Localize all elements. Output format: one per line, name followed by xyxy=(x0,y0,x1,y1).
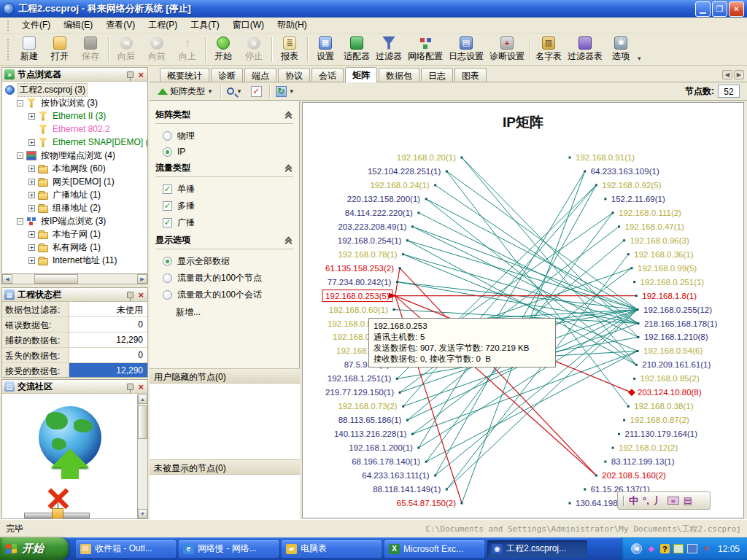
matrix-node-label[interactable]: 68.196.178.140(1) xyxy=(352,457,420,466)
tree-row-9[interactable]: +广播地址 (1) xyxy=(2,188,147,201)
start-button[interactable]: 开始 xyxy=(0,537,69,560)
pin-icon[interactable] xyxy=(127,71,133,78)
matrix-node-label[interactable]: 192.168.0.91(1) xyxy=(576,153,635,162)
tab-矩阵[interactable]: 矩阵 xyxy=(345,67,377,82)
tab-会话[interactable]: 会话 xyxy=(311,68,344,82)
matrix-node-label[interactable]: 192.168.0.73(2) xyxy=(338,402,397,411)
matrix-node-label[interactable]: 192.168.0.38(1) xyxy=(634,402,693,411)
radio-流量最大的100个会话[interactable]: 流量最大的100个会话 xyxy=(155,287,293,303)
matrix-node-label[interactable]: 192.168.1.251(1) xyxy=(328,374,392,383)
tab-图表[interactable]: 图表 xyxy=(454,68,487,82)
matrix-node-label[interactable]: 192.168.0.85(2) xyxy=(640,374,700,383)
radio-icon[interactable] xyxy=(163,131,172,141)
help-tray-icon[interactable]: ? xyxy=(660,544,670,553)
matrix-node-label[interactable]: 192.168.0 xyxy=(333,332,370,341)
select-button[interactable]: ✓ xyxy=(247,85,266,98)
close-icon[interactable]: × xyxy=(136,383,145,391)
toolbar-button-设置[interactable]: ▦设置 xyxy=(310,35,341,64)
community-vertical-scrollbar[interactable]: ▲ ▼ xyxy=(137,394,147,518)
matrix-node-label[interactable]: 192.168.0.99(5) xyxy=(638,264,697,273)
matrix-node-label[interactable]: 192.168.0.96(3) xyxy=(630,236,689,245)
ime-icon-3[interactable]: 丿 xyxy=(654,494,663,508)
close-icon[interactable]: × xyxy=(136,71,145,79)
matrix-node-label[interactable]: 88.113.65.186(1) xyxy=(338,416,402,424)
matrix-node-label[interactable]: 203.124.10.80(8) xyxy=(638,388,702,397)
matrix-node-label[interactable]: 192.168.0.12(2) xyxy=(619,443,678,452)
menu-item-5[interactable]: 工具(T) xyxy=(184,17,225,34)
tree-expander-icon[interactable]: + xyxy=(28,192,35,198)
matrix-node-label[interactable]: 192.168.0.254(1) xyxy=(338,236,402,245)
tree-expander-icon[interactable]: + xyxy=(28,231,35,238)
radio-icon[interactable] xyxy=(163,147,172,157)
tree-row-7[interactable]: +本地网段 (60) xyxy=(2,162,147,175)
disconnected-tray-icon[interactable]: ✕ xyxy=(701,544,712,554)
menu-item-1[interactable]: 文件(F) xyxy=(15,17,57,34)
matrix-node-label[interactable]: 220.132.158.200(1) xyxy=(347,195,421,203)
tree-row-4[interactable]: Ethernet 802.2 xyxy=(2,122,147,136)
scroll-down-icon[interactable]: ▼ xyxy=(138,509,147,518)
section-header-显示选项[interactable]: 显示选项 xyxy=(155,231,293,249)
checkbox-icon[interactable]: ✓ xyxy=(163,201,172,211)
matrix-node-label[interactable]: 140.113.216.228(1) xyxy=(334,429,407,438)
matrix-node-label[interactable]: 192.168.0.255(12) xyxy=(643,306,712,314)
tree-row-14[interactable]: +Internet地址 (11) xyxy=(2,254,147,267)
section-header-流量类型[interactable]: 流量类型 xyxy=(155,159,293,177)
toolbar-button-适配器[interactable]: 适配器 xyxy=(341,35,373,64)
tree-expander-icon[interactable]: + xyxy=(28,113,35,120)
matrix-node-label[interactable]: 192.168.1.8(1) xyxy=(642,292,697,300)
matrix-node-label[interactable]: 202.108.5.160(2) xyxy=(602,471,666,480)
tree-row-3[interactable]: +Ethernet II (3) xyxy=(2,109,147,122)
menu-item-6[interactable]: 窗口(W) xyxy=(226,17,271,34)
minimize-button[interactable]: ▁ xyxy=(695,1,711,17)
matrix-node-label[interactable]: 64.233.163.111(1) xyxy=(362,471,429,480)
toolbar-button-报表[interactable]: ≣报表 xyxy=(274,35,305,64)
find-node-button[interactable]: ▼ xyxy=(223,86,246,96)
tree-row-6[interactable]: -按物理端点浏览 (4) xyxy=(2,149,147,162)
tree-row-1[interactable]: 工程2.cscproj (3) xyxy=(2,83,147,96)
tree-expander-icon[interactable]: + xyxy=(28,205,35,211)
checkbox-多播[interactable]: ✓多播 xyxy=(155,198,293,214)
matrix-node-label[interactable]: 192.168.0.5 xyxy=(328,319,372,328)
matrix-node-label[interactable]: 192.168.0.47(1) xyxy=(625,222,684,231)
matrix-node-label[interactable]: 203.223.208.49(1) xyxy=(338,222,406,231)
matrix-node-label[interactable]: 192.168.0.36(1) xyxy=(634,250,693,259)
tree-expander-icon[interactable]: + xyxy=(28,179,35,185)
ime-icon-5[interactable]: ▤ xyxy=(684,495,692,506)
toolbar-button-开始[interactable]: 开始 xyxy=(208,35,239,64)
toolbar-button-过滤器表[interactable]: 过滤器表 xyxy=(565,35,605,64)
matrix-node-label[interactable]: 61.135.158.253(2) xyxy=(325,264,394,273)
matrix-node-label[interactable]: 64.233.163.109(1) xyxy=(591,167,659,176)
pin-icon[interactable] xyxy=(127,384,133,390)
ime-icon-2[interactable]: °, xyxy=(643,495,649,506)
matrix-node-label[interactable]: 192.168.0.60(1) xyxy=(329,306,388,314)
toolbar-button-日志设置[interactable]: ▤日志设置 xyxy=(446,35,487,64)
pin-icon[interactable] xyxy=(127,292,133,298)
matrix-node-label[interactable]: 65.54.87.150(2) xyxy=(397,499,456,508)
tree-row-5[interactable]: +Ethernet SNAP[DEMO] (1 xyxy=(2,136,147,149)
matrix-node-label[interactable]: 192.168.0.24(1) xyxy=(370,181,429,190)
matrix-node-label[interactable]: 83.112.199.13(1) xyxy=(611,457,675,466)
scroll-right-icon[interactable]: ▶ xyxy=(137,274,147,284)
matrix-node-label[interactable]: 152.2.11.69(1) xyxy=(611,195,665,203)
tree-row-11[interactable]: -按IP端点浏览 (3) xyxy=(2,214,147,228)
radio-icon[interactable] xyxy=(163,273,172,283)
tab-端点[interactable]: 端点 xyxy=(244,68,276,82)
tree-row-10[interactable]: +组播地址 (2) xyxy=(2,201,147,214)
matrix-node-label[interactable]: 152.104.228.251(1) xyxy=(368,167,441,176)
radio-流量最大的100个节点[interactable]: 流量最大的100个节点 xyxy=(155,270,293,287)
matrix-node-label[interactable]: 192.168.0.87(2) xyxy=(630,416,689,424)
hide-tray-icons-icon[interactable]: ◀ xyxy=(631,543,642,554)
matrix-node-label[interactable]: 219.77.129.150(1) xyxy=(325,388,394,397)
section-header-矩阵类型[interactable]: 矩阵类型 xyxy=(155,106,293,124)
matrix-node-label[interactable]: 192.168.0.92(5) xyxy=(602,181,661,190)
lan-tray-icon[interactable] xyxy=(687,544,697,553)
matrix-node-label[interactable]: 192.168.0.78(1) xyxy=(338,250,397,259)
tree-expander-icon[interactable]: + xyxy=(28,166,35,172)
task-Microsoft Exc...[interactable]: XMicrosoft Exc... xyxy=(384,540,484,558)
task-收件箱 - Outl...[interactable]: ✉收件箱 - Outl... xyxy=(76,540,176,558)
add-link[interactable]: 新增... xyxy=(155,303,293,319)
matrix-node-label[interactable]: 211.130.179.164(1) xyxy=(625,429,698,438)
tree-row-2[interactable]: -按协议浏览 (3) xyxy=(2,96,147,109)
task-工程2.cscproj...[interactable]: ◉工程2.cscproj... xyxy=(487,540,587,558)
matrix-type-button[interactable]: 矩阵类型 ▼ xyxy=(154,84,217,99)
